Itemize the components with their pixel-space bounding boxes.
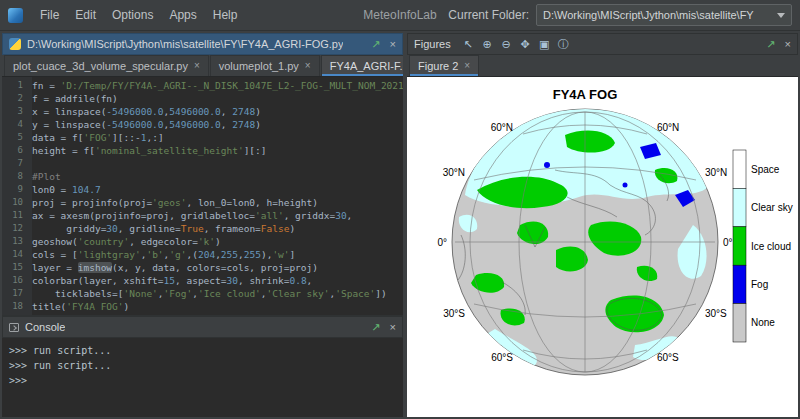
tick-label: 30°S — [443, 308, 465, 319]
code-line[interactable]: 6height = f['nominal_satellite_height'][… — [2, 144, 403, 157]
float-panel-icon[interactable]: ↗ — [371, 39, 380, 50]
tick-label: 60°N — [491, 122, 513, 133]
colorbar-label: Ice cloud — [751, 241, 791, 252]
figures-tabbar: Figure 2 × — [407, 55, 798, 77]
colorbar-label: Fog — [751, 279, 768, 290]
tab-label: Figure 2 — [418, 60, 458, 72]
editor-file-path: D:\Working\MIScript\Jython\mis\satellite… — [27, 38, 343, 50]
code-line[interactable]: 5data = f['FOG'][::-1,:] — [2, 131, 403, 144]
close-icon[interactable]: × — [305, 61, 311, 71]
tick-label: 0° — [723, 237, 733, 248]
code-line[interactable]: 16colorbar(layer, xshift=15, aspect=30, … — [2, 274, 403, 287]
code-line[interactable]: 8#Plot — [2, 170, 403, 183]
console-line: >>> — [9, 373, 396, 388]
code-line[interactable]: 1fn = 'D:/Temp/FY/FY4A-_AGRI--_N_DISK_10… — [2, 79, 403, 92]
tick-label: 0° — [437, 237, 447, 248]
tick-label: 60°N — [657, 122, 679, 133]
zoom-out-icon[interactable]: ⊖ — [499, 39, 514, 50]
colorbar-label: Clear sky — [751, 202, 793, 213]
close-icon[interactable]: × — [194, 61, 200, 71]
close-icon[interactable]: × — [464, 61, 470, 71]
code-line[interactable]: 13geoshow('country', edgecolor='k') — [2, 235, 403, 248]
code-line[interactable]: 12 griddy=30, gridline=True, frameon=Fal… — [2, 222, 403, 235]
editor-tabbar: plot_cuace_3d_volume_specular.py × volum… — [2, 55, 403, 77]
identify-icon[interactable]: ⓘ — [556, 39, 571, 50]
menu-apps[interactable]: Apps — [161, 5, 204, 25]
float-panel-icon[interactable]: ↗ — [371, 322, 380, 333]
current-folder-combobox[interactable]: D:\Working\MIScript\Jython\mis\satellite… — [536, 4, 792, 26]
fy4a-fog-plot[interactable]: FY4A FOG — [407, 77, 796, 417]
python-file-icon — [9, 38, 21, 50]
close-panel-icon[interactable]: × — [390, 322, 396, 333]
tab-label: plot_cuace_3d_volume_specular.py — [13, 60, 188, 72]
figures-header: Figures ↖⊕⊖✥▣ⓘ ↗ × — [407, 33, 798, 55]
colorbar-segment — [733, 227, 746, 265]
code-line[interactable]: 18title('FY4A FOG') — [2, 300, 403, 313]
console-header: Console ↗ × — [2, 316, 403, 338]
close-panel-icon[interactable]: × — [390, 39, 396, 50]
console-icon — [9, 323, 19, 332]
menu-help[interactable]: Help — [205, 5, 246, 25]
menu-options[interactable]: Options — [104, 5, 161, 25]
figure-title: FY4A FOG — [553, 87, 618, 102]
tab-plot-cuace-3d-volume-specular[interactable]: plot_cuace_3d_volume_specular.py × — [4, 55, 209, 76]
console-title: Console — [25, 321, 65, 333]
code-line[interactable]: 11ax = axesm(projinfo=proj, gridlabelloc… — [2, 209, 403, 222]
tab-label: FY4A_AGRI-F... — [330, 60, 409, 72]
tick-label: 30°S — [705, 308, 727, 319]
colorbar-segment — [733, 188, 746, 226]
figures-title: Figures — [414, 38, 451, 50]
code-line[interactable]: 4y = linspace(-5496000.0,5496000.0, 2748… — [2, 118, 403, 131]
code-editor[interactable]: 1fn = 'D:/Temp/FY/FY4A-_AGRI--_N_DISK_10… — [2, 77, 403, 315]
zoom-in-icon[interactable]: ⊕ — [480, 39, 495, 50]
menu-edit[interactable]: Edit — [67, 5, 104, 25]
select-arrow-icon[interactable]: ↖ — [461, 39, 476, 50]
code-lines: 1fn = 'D:/Temp/FY/FY4A-_AGRI--_N_DISK_10… — [2, 79, 403, 313]
colorbar-label: Space — [751, 164, 780, 175]
code-line[interactable]: 17 ticklabels=['None','Fog','Ice cloud',… — [2, 287, 403, 300]
menubar: File Edit Options Apps Help MeteoInfoLab… — [0, 0, 800, 31]
figures-toolbar: ↖⊕⊖✥▣ⓘ — [461, 39, 571, 50]
code-line[interactable]: 2f = addfile(fn) — [2, 92, 403, 105]
code-line[interactable]: 10proj = projinfo(proj='geos', lon_0=lon… — [2, 196, 403, 209]
code-line[interactable]: 14cols = ['lightgray','b','g',(204,255,2… — [2, 248, 403, 261]
console-panel: Console ↗ × >>> run script...>>> run scr… — [2, 316, 403, 417]
editor-panel: D:\Working\MIScript\Jython\mis\satellite… — [2, 33, 403, 315]
tick-label: 30°N — [705, 167, 727, 178]
console-line: >>> run script... — [9, 343, 396, 358]
tab-volumeplot-1[interactable]: volumeplot_1.py × — [210, 55, 320, 76]
full-extent-icon[interactable]: ▣ — [537, 39, 552, 50]
editor-header: D:\Working\MIScript\Jython\mis\satellite… — [2, 33, 403, 55]
float-panel-icon[interactable]: ↗ — [766, 39, 775, 50]
colorbar-segment — [733, 150, 746, 188]
close-panel-icon[interactable]: × — [785, 39, 791, 50]
current-folder-label: Current Folder: — [448, 8, 529, 22]
app-logo-icon — [8, 8, 23, 23]
tick-label: 60°S — [491, 352, 513, 363]
figure-canvas[interactable]: FY4A FOG — [407, 77, 798, 417]
tab-figure-2[interactable]: Figure 2 × — [409, 55, 479, 76]
console-output[interactable]: >>> run script...>>> run script...>>> — [2, 338, 403, 417]
chevron-down-icon[interactable] — [777, 13, 785, 18]
colorbar-label: None — [751, 317, 775, 328]
pan-icon[interactable]: ✥ — [518, 39, 533, 50]
code-line[interactable]: 3x = linspace(-5496000.0,5496000.0, 2748… — [2, 105, 403, 118]
colorbar-segment — [733, 265, 746, 303]
colorbar-segment — [733, 304, 746, 342]
tick-label: 30°N — [443, 167, 465, 178]
code-line[interactable]: 15layer = imshow(x, y, data, colors=cols… — [2, 261, 403, 274]
current-folder-value: D:\Working\MIScript\Jython\mis\satellite… — [543, 9, 754, 21]
tick-label: 60°S — [657, 352, 679, 363]
console-line: >>> run script... — [9, 358, 396, 373]
menu-file[interactable]: File — [32, 5, 67, 25]
figures-panel: Figures ↖⊕⊖✥▣ⓘ ↗ × Figure 2 × FY4A FOG — [407, 33, 798, 417]
tab-label: volumeplot_1.py — [219, 60, 299, 72]
code-line[interactable]: 7 — [2, 157, 403, 170]
code-line[interactable]: 9lon0 = 104.7 — [2, 183, 403, 196]
